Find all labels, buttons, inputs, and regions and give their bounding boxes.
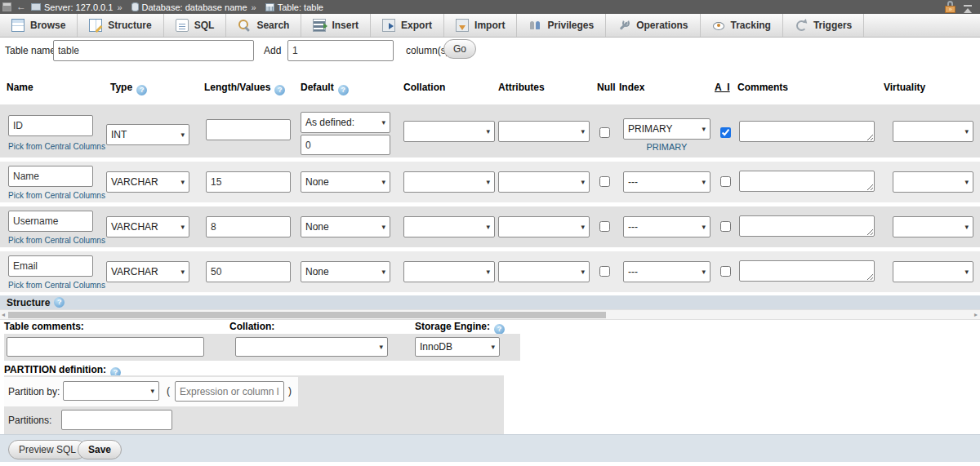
collation-select[interactable]: ▾ — [403, 171, 495, 193]
length-input[interactable] — [206, 119, 291, 140]
central-columns-link[interactable]: Pick from Central Columns — [8, 281, 105, 290]
insert-icon — [313, 19, 326, 32]
index-select[interactable]: PRIMARY▾ — [623, 118, 710, 140]
tab-import[interactable]: Import — [444, 14, 517, 37]
null-checkbox[interactable] — [599, 221, 610, 232]
breadcrumb-server-label: Server: 127.0.0.1 — [44, 2, 113, 12]
table-collation-select[interactable]: ▾ — [235, 337, 388, 357]
chevron-down-icon: ▾ — [379, 343, 383, 351]
index-select[interactable]: ---▾ — [623, 216, 710, 237]
comments-textarea[interactable] — [739, 215, 875, 237]
type-select[interactable]: INT▾ — [106, 124, 189, 145]
null-checkbox[interactable] — [599, 176, 610, 187]
breadcrumb-table[interactable]: Table: table — [265, 2, 323, 12]
type-select[interactable]: VARCHAR▾ — [106, 171, 189, 193]
partition-expression-input[interactable] — [175, 381, 284, 402]
tab-browse[interactable]: Browse — [0, 14, 78, 37]
help-icon[interactable]: ? — [338, 85, 349, 95]
index-select[interactable]: ---▾ — [623, 171, 710, 193]
tab-triggers[interactable]: Triggers — [783, 14, 864, 37]
tab-structure[interactable]: Structure — [78, 14, 163, 37]
comments-textarea[interactable] — [739, 171, 875, 192]
virtuality-select[interactable]: ▾ — [893, 121, 973, 142]
scrollbar-thumb[interactable] — [8, 312, 606, 318]
save-button[interactable]: Save — [78, 440, 122, 459]
structure-section-header: Structure ? — [0, 295, 980, 309]
partitions-count-input[interactable] — [61, 410, 172, 430]
collation-select[interactable]: ▾ — [403, 261, 495, 282]
collation-select[interactable]: ▾ — [403, 216, 495, 237]
attributes-select[interactable]: ▾ — [498, 121, 590, 142]
table-comments-input[interactable] — [7, 337, 204, 357]
length-input[interactable] — [206, 171, 291, 193]
length-input[interactable] — [206, 261, 291, 282]
chevron-down-icon: ▾ — [964, 127, 969, 135]
tab-export[interactable]: Export — [371, 14, 444, 37]
default-select[interactable]: None▾ — [301, 171, 390, 193]
table-name-input[interactable] — [53, 40, 254, 61]
length-input[interactable] — [206, 216, 291, 237]
column-row-email: Pick from Central Columns VARCHAR▾ None▾… — [0, 251, 980, 292]
type-select[interactable]: VARCHAR▾ — [106, 261, 189, 282]
tab-insert[interactable]: Insert — [301, 14, 371, 37]
breadcrumb-server[interactable]: Server: 127.0.0.1 — [31, 2, 113, 12]
chevron-down-icon: ▾ — [702, 178, 706, 186]
central-columns-link[interactable]: Pick from Central Columns — [8, 236, 105, 245]
help-icon[interactable]: ? — [54, 297, 65, 308]
index-select[interactable]: ---▾ — [623, 261, 710, 282]
type-select[interactable]: VARCHAR▾ — [106, 216, 189, 237]
null-checkbox[interactable] — [599, 127, 610, 138]
storage-engine-select[interactable]: InnoDB▾ — [415, 337, 500, 357]
add-columns-input[interactable] — [287, 40, 394, 61]
default-value-input[interactable] — [301, 135, 390, 155]
privileges-icon — [528, 19, 541, 32]
central-columns-link[interactable]: Pick from Central Columns — [8, 191, 105, 200]
default-select[interactable]: None▾ — [301, 216, 390, 237]
virtuality-select[interactable]: ▾ — [893, 171, 973, 193]
column-name-input[interactable] — [8, 166, 93, 187]
breadcrumb-database[interactable]: Database: database name — [131, 2, 247, 12]
primary-index-link[interactable]: PRIMARY — [623, 142, 710, 152]
database-icon — [131, 2, 139, 11]
ai-checkbox[interactable] — [720, 221, 731, 232]
chevron-down-icon: ▾ — [180, 268, 185, 276]
scroll-left-icon[interactable]: ◂ — [2, 311, 5, 318]
tab-search[interactable]: Search — [226, 14, 301, 37]
chevron-down-icon: ▾ — [581, 223, 585, 231]
tab-tracking[interactable]: Tracking — [701, 14, 783, 37]
import-icon — [456, 19, 469, 32]
tab-privileges[interactable]: Privileges — [517, 14, 606, 37]
attributes-select[interactable]: ▾ — [498, 261, 590, 282]
tab-operations[interactable]: Operations — [606, 14, 700, 37]
virtuality-select[interactable]: ▾ — [893, 216, 973, 237]
attributes-select[interactable]: ▾ — [498, 216, 590, 237]
default-select[interactable]: As defined:▾ — [301, 112, 390, 133]
go-button[interactable]: Go — [443, 39, 476, 59]
help-icon[interactable]: ? — [136, 85, 147, 95]
ai-checkbox[interactable] — [720, 176, 731, 187]
ai-checkbox[interactable] — [720, 127, 731, 138]
default-select[interactable]: None▾ — [301, 261, 390, 282]
back-arrow-icon[interactable]: ← — [16, 0, 26, 14]
comments-textarea[interactable] — [739, 260, 875, 282]
column-name-input[interactable] — [8, 255, 93, 277]
breadcrumb-bar: ← Server: 127.0.0.1 » Database: database… — [0, 0, 980, 14]
attributes-select[interactable]: ▾ — [498, 171, 590, 193]
tab-sql[interactable]: SQL — [164, 14, 227, 37]
virtuality-select[interactable]: ▾ — [893, 261, 973, 282]
collation-select[interactable]: ▾ — [403, 121, 495, 142]
column-name-input[interactable] — [8, 211, 93, 232]
ai-checkbox[interactable] — [720, 266, 731, 277]
null-checkbox[interactable] — [599, 266, 610, 277]
comments-textarea[interactable] — [739, 121, 875, 142]
horizontal-scrollbar[interactable]: ◂ ▸ — [0, 309, 980, 320]
column-name-input[interactable] — [8, 115, 93, 136]
footer-bar: Preview SQL Save — [0, 434, 980, 462]
central-columns-link[interactable]: Pick from Central Columns — [8, 142, 105, 151]
preview-sql-button[interactable]: Preview SQL — [8, 440, 87, 459]
partition-by-select[interactable]: ▾ — [63, 381, 159, 401]
scroll-right-icon[interactable]: ▸ — [974, 311, 978, 318]
collapse-top-icon[interactable] — [964, 5, 972, 13]
unlock-icon[interactable] — [945, 1, 956, 13]
help-icon[interactable]: ? — [274, 85, 285, 95]
